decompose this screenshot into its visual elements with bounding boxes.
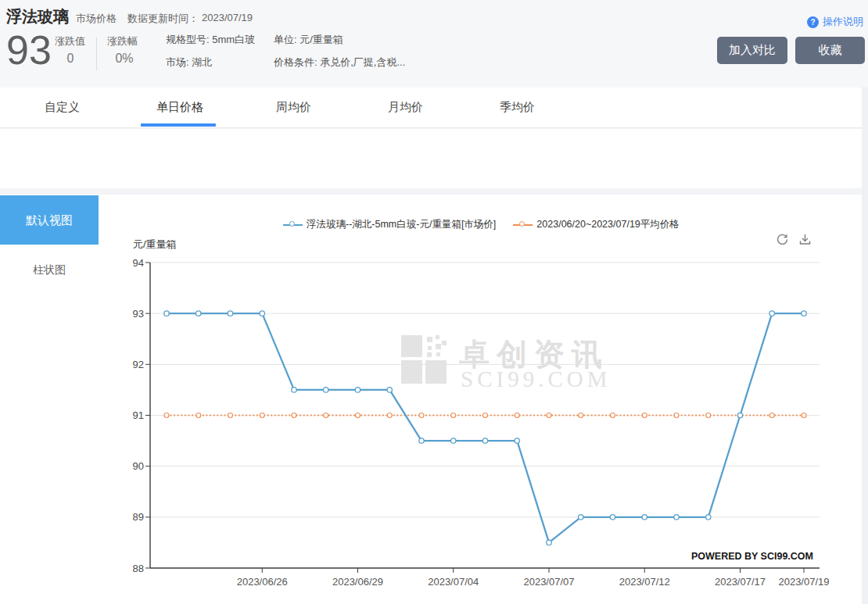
price-line-chart: 949392919089882023/06/262023/06/292023/0… — [117, 227, 860, 604]
svg-text:89: 89 — [133, 511, 144, 523]
svg-text:2023/07/17: 2023/07/17 — [715, 576, 766, 588]
svg-text:90: 90 — [133, 460, 144, 472]
svg-text:2023/07/19: 2023/07/19 — [778, 576, 829, 588]
spec-field: 规格型号: 5mm白玻 — [166, 33, 255, 47]
update-time-value: 2023/07/19 — [202, 12, 253, 23]
time-filter-panel: 时间周期 1个月 3个月 1年 2023/06/20 至 2023/07/20 … — [0, 129, 862, 188]
current-price: 93 — [6, 28, 52, 72]
favorite-button[interactable]: 收藏 — [795, 37, 865, 64]
help-link-label: 操作说明 — [823, 15, 863, 29]
change-pct-label: 涨跌幅 — [107, 34, 138, 48]
tab-quarterly-avg[interactable]: 季均价 — [500, 100, 535, 115]
sidebar-item-bar-chart[interactable]: 柱状图 — [0, 262, 99, 277]
market-field: 市场: 湖北 — [166, 55, 212, 70]
svg-text:91: 91 — [133, 409, 144, 421]
change-value: 0 — [53, 52, 88, 66]
question-icon: ? — [807, 16, 819, 28]
svg-text:2023/07/07: 2023/07/07 — [523, 576, 574, 588]
price-type-tabbar: 自定义 单日价格 周均价 月均价 季均价 — [0, 88, 862, 128]
add-compare-button[interactable]: 加入对比 — [717, 37, 787, 64]
tab-custom[interactable]: 自定义 — [45, 100, 80, 115]
svg-text:2023/07/04: 2023/07/04 — [428, 576, 479, 588]
svg-text:94: 94 — [133, 257, 144, 269]
svg-text:88: 88 — [133, 563, 144, 574]
update-time-label: 数据更新时间： — [127, 12, 199, 26]
unit-field: 单位: 元/重量箱 — [274, 33, 343, 47]
active-tab-underline — [141, 123, 216, 127]
divider — [96, 38, 97, 70]
price-condition-field: 价格条件: 承兑价,厂提,含税... — [274, 55, 405, 70]
page-header: 浮法玻璃 市场价格 数据更新时间： 2023/07/19 93 涨跌值 0 涨跌… — [0, 0, 868, 88]
tab-weekly-avg[interactable]: 周均价 — [276, 100, 311, 115]
change-value-label: 涨跌值 — [55, 34, 85, 48]
tab-monthly-avg[interactable]: 月均价 — [388, 100, 423, 115]
svg-text:92: 92 — [133, 359, 144, 370]
market-price-label: 市场价格 — [76, 12, 117, 26]
svg-text:2023/06/26: 2023/06/26 — [237, 576, 288, 588]
tab-daily-price[interactable]: 单日价格 — [156, 100, 203, 115]
svg-text:2023/07/12: 2023/07/12 — [619, 576, 670, 588]
sidebar-item-default-view[interactable]: 默认视图 — [0, 195, 99, 245]
svg-text:93: 93 — [133, 308, 144, 320]
scrollbar-gutter[interactable] — [862, 88, 868, 604]
help-link[interactable]: ? 操作说明 — [807, 15, 863, 29]
change-pct-value: 0% — [105, 52, 144, 66]
page-title: 浮法玻璃 — [6, 6, 69, 27]
svg-text:2023/06/29: 2023/06/29 — [332, 576, 383, 588]
